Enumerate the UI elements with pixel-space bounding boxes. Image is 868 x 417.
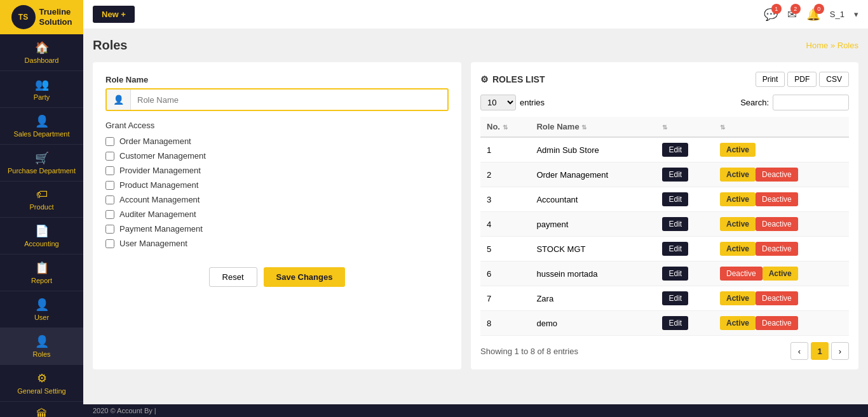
save-changes-button[interactable]: Save Changes	[264, 267, 346, 287]
form-buttons: Reset Save Changes	[105, 261, 449, 287]
checkbox-auditer-management-input[interactable]	[105, 210, 114, 219]
roles-panel: ⚙ ROLES LIST Print PDF CSV 10 25 5	[471, 62, 858, 369]
sidebar-label-report: Report	[31, 277, 52, 284]
checkbox-customer-management[interactable]: Customer Management	[105, 151, 449, 161]
two-col-layout: Role Name 👤 Grant Access Order Managemen…	[93, 62, 858, 369]
checkbox-auditer-management[interactable]: Auditer Management	[105, 209, 449, 219]
checkbox-user-management-label: User Management	[119, 239, 187, 248]
active-button[interactable]: Active	[720, 242, 756, 256]
deactive-button[interactable]: Deactive	[756, 168, 798, 182]
table-row: 1Admin Sub StoreEditActive	[480, 137, 849, 162]
checkbox-user-management[interactable]: User Management	[105, 239, 449, 248]
active-button[interactable]: Active	[720, 217, 756, 231]
user-dropdown-icon[interactable]: ▾	[854, 10, 858, 19]
csv-button[interactable]: CSV	[819, 72, 849, 87]
mail-notification[interactable]: ✉ 2	[787, 8, 797, 22]
table-row: 6hussein mortadaEditDeactiveActive	[480, 261, 849, 286]
breadcrumb-home[interactable]: Home	[806, 41, 829, 50]
sidebar-item-product[interactable]: 🏷 Product	[0, 182, 83, 218]
deactive-button[interactable]: Deactive	[720, 267, 763, 281]
bell-notification[interactable]: 🔔 0	[806, 8, 820, 22]
role-name-input[interactable]	[131, 90, 447, 110]
new-button[interactable]: New +	[93, 6, 135, 23]
checkbox-product-management-input[interactable]	[105, 181, 114, 190]
panel-buttons: Print PDF CSV	[756, 72, 849, 87]
active-button[interactable]: Active	[720, 168, 756, 182]
entries-select[interactable]: 10 25 50 100	[480, 95, 516, 110]
sidebar-item-roles[interactable]: 👤 Roles	[0, 328, 83, 365]
page-1-button[interactable]: 1	[811, 342, 829, 360]
table-row: 4paymentEditActiveDeactive	[480, 212, 849, 237]
sidebar-item-dashboard[interactable]: 🏠 Dashboard	[0, 34, 83, 71]
sidebar-item-general-setting[interactable]: ⚙ General Setting	[0, 365, 83, 402]
sidebar-item-report[interactable]: 📋 Report	[0, 255, 83, 291]
checkbox-product-management[interactable]: Product Management	[105, 180, 449, 190]
sidebar-item-accounting[interactable]: 📄 Accounting	[0, 218, 83, 255]
edit-button[interactable]: Edit	[662, 143, 688, 157]
sidebar-item-sales[interactable]: 👤 Sales Department	[0, 108, 83, 145]
sidebar-label-dashboard: Dashboard	[25, 56, 59, 64]
deactive-button[interactable]: Deactive	[756, 291, 798, 305]
edit-button[interactable]: Edit	[662, 217, 688, 231]
print-button[interactable]: Print	[756, 72, 785, 87]
cell-status: DeactiveActive	[714, 261, 849, 286]
user-label[interactable]: S_1	[830, 10, 844, 19]
next-page-button[interactable]: ›	[831, 342, 849, 360]
checkbox-provider-management[interactable]: Provider Management	[105, 166, 449, 175]
checkbox-user-management-input[interactable]	[105, 239, 114, 248]
active-button[interactable]: Active	[720, 143, 756, 157]
checkbox-provider-management-input[interactable]	[105, 166, 114, 175]
cell-no: 1	[480, 137, 530, 162]
checkbox-payment-management[interactable]: Payment Management	[105, 224, 449, 234]
checkbox-customer-management-input[interactable]	[105, 152, 114, 161]
edit-button[interactable]: Edit	[662, 242, 688, 256]
checkbox-order-management-input[interactable]	[105, 137, 114, 146]
product-icon: 🏷	[36, 188, 48, 201]
pdf-button[interactable]: PDF	[787, 72, 817, 87]
table-footer: Showing 1 to 8 of 8 entries ‹ 1 ›	[480, 342, 849, 360]
main-area: New + 💬 1 ✉ 2 🔔 0 S_1 ▾ Roles Home	[83, 0, 868, 417]
bell-badge: 0	[814, 4, 824, 14]
sidebar-label-purchase: Purchase Department	[8, 167, 76, 175]
edit-button[interactable]: Edit	[662, 316, 688, 330]
active-button[interactable]: Active	[720, 192, 756, 206]
active-button[interactable]: Active	[720, 291, 756, 305]
edit-button[interactable]: Edit	[662, 168, 688, 182]
chat-notification[interactable]: 💬 1	[764, 8, 778, 22]
sidebar-item-purchase[interactable]: 🛒 Purchase Department	[0, 145, 83, 182]
edit-button[interactable]: Edit	[662, 267, 688, 281]
edit-button[interactable]: Edit	[662, 291, 688, 305]
reset-button[interactable]: Reset	[209, 267, 257, 287]
prev-page-button[interactable]: ‹	[790, 342, 808, 360]
sidebar-item-user[interactable]: 👤 User	[0, 291, 83, 328]
checkbox-payment-management-input[interactable]	[105, 225, 114, 234]
active-button[interactable]: Active	[763, 267, 798, 281]
search-input[interactable]	[773, 95, 849, 110]
table-row: 7ZaraEditActiveDeactive	[480, 286, 849, 311]
report-icon: 📋	[35, 261, 49, 275]
sidebar-item-create-store[interactable]: 🏛 Create Store	[0, 402, 83, 417]
footer-separator: |	[154, 407, 156, 414]
col-role-name: Role Name ⇅	[530, 117, 656, 137]
topbar-right: 💬 1 ✉ 2 🔔 0 S_1 ▾	[764, 8, 858, 22]
active-button[interactable]: Active	[720, 316, 756, 330]
edit-button[interactable]: Edit	[662, 192, 688, 206]
deactive-button[interactable]: Deactive	[756, 242, 798, 256]
sidebar-logo: TS TruelineSolution	[0, 0, 83, 34]
cell-edit: Edit	[656, 261, 714, 286]
sidebar-label-general-setting: General Setting	[17, 387, 65, 395]
sidebar-item-party[interactable]: 👥 Party	[0, 71, 83, 108]
checkbox-account-management-input[interactable]	[105, 195, 114, 204]
checkbox-order-management[interactable]: Order Management	[105, 136, 449, 146]
breadcrumb: Home » Roles	[806, 41, 858, 50]
user-icon: 👤	[35, 298, 49, 312]
deactive-button[interactable]: Deactive	[756, 192, 798, 206]
deactive-button[interactable]: Deactive	[756, 217, 798, 231]
cell-role-name: Accountant	[530, 187, 656, 212]
table-row: 2Order ManagementEditActiveDeactive	[480, 162, 849, 187]
sidebar-label-product: Product	[30, 203, 54, 211]
search-wrap: Search:	[740, 95, 849, 110]
deactive-button[interactable]: Deactive	[756, 316, 798, 330]
roles-panel-title: ⚙ ROLES LIST	[480, 74, 545, 84]
checkbox-account-management[interactable]: Account Management	[105, 195, 449, 204]
